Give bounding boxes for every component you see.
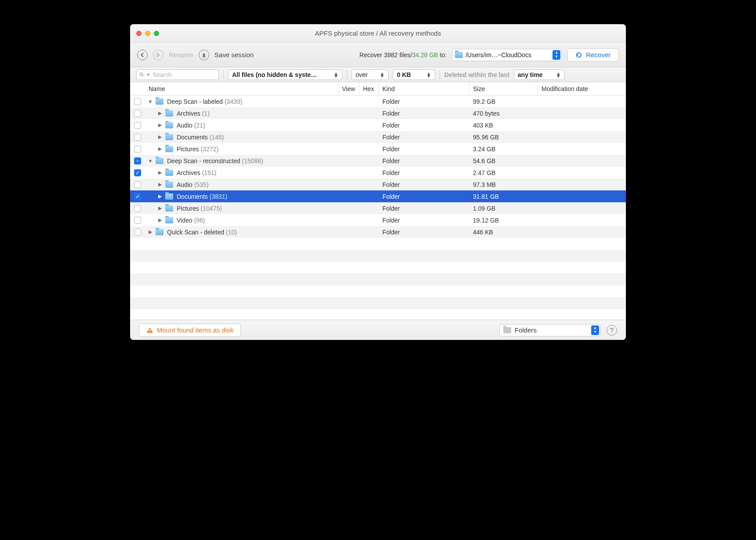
row-checkbox[interactable]: [134, 146, 141, 153]
table-row[interactable]: ▼Deep Scan - labeled (3439)Folder99.2 GB: [130, 95, 626, 107]
table-row[interactable]: ▶Documents (145)Folder95.96 GB: [130, 131, 626, 143]
window-minimize-button[interactable]: [145, 31, 150, 36]
row-checkbox[interactable]: [134, 217, 141, 224]
row-size: 3.24 GB: [469, 146, 538, 153]
column-hex[interactable]: Hex: [360, 82, 379, 95]
stepper-icon: ▲▼: [556, 72, 561, 77]
file-type-filter[interactable]: All files (no hidden & syste… ▲▼: [228, 69, 342, 80]
table-row[interactable]: ▶Pictures (3272)Folder3.24 GB: [130, 143, 626, 155]
window-close-button[interactable]: [136, 31, 142, 36]
row-checkbox[interactable]: [134, 122, 141, 129]
row-size: 31.81 GB: [469, 193, 538, 200]
recover-button[interactable]: Recover: [567, 48, 619, 62]
destination-select[interactable]: /Users/im…~CloudDocs ▲▼: [452, 49, 562, 61]
back-button[interactable]: [137, 50, 148, 60]
folder-icon: [503, 327, 511, 333]
row-count: (151): [202, 169, 217, 176]
save-session-label: Save session: [214, 51, 254, 58]
disclosure-closed-icon[interactable]: ▶: [157, 134, 163, 140]
disclosure-closed-icon[interactable]: ▶: [157, 205, 163, 211]
row-size: 97.3 MB: [469, 181, 538, 188]
folder-icon: [165, 217, 173, 223]
row-label: Video: [177, 217, 193, 224]
resume-button[interactable]: [153, 50, 164, 60]
row-checkbox[interactable]: [134, 98, 141, 105]
window-zoom-button[interactable]: [154, 31, 159, 36]
row-checkbox[interactable]: [134, 134, 141, 141]
table-row[interactable]: −▼Deep Scan - reconstructed (15088)Folde…: [130, 155, 626, 167]
row-size: 99.2 GB: [469, 98, 538, 105]
row-kind: Folder: [379, 169, 469, 176]
row-count: (15088): [242, 157, 263, 164]
disclosure-closed-icon[interactable]: ▶: [157, 217, 163, 223]
disclosure-open-icon[interactable]: ▼: [148, 99, 153, 104]
row-checkbox[interactable]: ✓: [134, 169, 141, 176]
table-row[interactable]: ▶Audio (21)Folder403 KB: [130, 119, 626, 131]
row-checkbox[interactable]: [134, 229, 141, 236]
row-checkbox[interactable]: [134, 181, 141, 188]
time-filter-select[interactable]: any time ▲▼: [514, 69, 565, 80]
row-count: (10475): [201, 205, 222, 212]
dropdown-stepper-icon: ▲▼: [591, 325, 599, 335]
view-mode-select[interactable]: Folders ▲▼: [499, 324, 600, 336]
help-button[interactable]: ?: [607, 325, 617, 336]
size-value-select[interactable]: 0 KB ▲▼: [393, 69, 435, 80]
size-comparator-select[interactable]: over ▲▼: [352, 69, 389, 80]
search-input[interactable]: [153, 71, 216, 78]
column-kind[interactable]: Kind: [379, 82, 469, 95]
save-session-button[interactable]: [199, 50, 209, 60]
row-checkbox[interactable]: ✓: [134, 193, 141, 200]
table-row[interactable]: ▶Video (96)Folder19.12 GB: [130, 214, 626, 226]
row-count: (145): [210, 134, 224, 141]
folder-icon: [156, 229, 164, 235]
disclosure-closed-icon[interactable]: ▶: [148, 229, 153, 235]
row-size: 54.6 GB: [469, 157, 538, 164]
column-size[interactable]: Size: [469, 82, 538, 95]
row-kind: Folder: [379, 134, 469, 141]
table-row[interactable]: ▶Archives (1)Folder470 bytes: [130, 107, 626, 119]
toolbar: Resume Save session Recover 3982 files/3…: [130, 43, 626, 67]
disclosure-open-icon[interactable]: ▼: [148, 158, 153, 164]
disclosure-closed-icon[interactable]: ▶: [157, 170, 163, 175]
footer: Mount found items as disk Folders ▲▼ ?: [130, 320, 626, 340]
disclosure-closed-icon[interactable]: ▶: [157, 122, 163, 128]
disclosure-closed-icon[interactable]: ▶: [157, 146, 163, 152]
dropdown-stepper-icon: ▲▼: [552, 50, 560, 60]
row-kind: Folder: [379, 205, 469, 212]
row-count: (3831): [210, 193, 227, 200]
row-count: (10): [226, 229, 237, 236]
filter-bar: ▼ All files (no hidden & syste… ▲▼ over …: [130, 67, 626, 82]
search-input-wrapper[interactable]: ▼: [136, 69, 219, 80]
stepper-icon: ▲▼: [426, 72, 431, 77]
row-count: (1): [202, 110, 210, 117]
table-row[interactable]: ▶Audio (535)Folder97.3 MB: [130, 179, 626, 190]
row-label: Quick Scan - deleted: [167, 229, 224, 236]
disclosure-closed-icon[interactable]: ▶: [157, 182, 163, 187]
mount-icon: [146, 327, 153, 334]
column-modification-date[interactable]: Modification date: [538, 82, 626, 95]
table-row[interactable]: ▶Quick Scan - deleted (10)Folder446 KB: [130, 226, 626, 238]
column-view[interactable]: View: [338, 82, 360, 95]
stepper-icon: ▲▼: [334, 72, 338, 77]
row-label: Deep Scan - reconstructed: [167, 157, 240, 164]
destination-path: /Users/im…~CloudDocs: [465, 51, 550, 58]
row-label: Documents: [177, 134, 208, 141]
folder-icon: [165, 170, 173, 176]
table-row[interactable]: ▶Pictures (10475)Folder1.09 GB: [130, 202, 626, 214]
row-count: (3439): [225, 98, 242, 105]
window-title: APFS physical store / All recovery metho…: [130, 29, 626, 37]
disclosure-closed-icon[interactable]: ▶: [157, 193, 163, 199]
row-checkbox[interactable]: [134, 205, 141, 212]
table-row[interactable]: ✓▶Documents (3831)Folder31.81 GB: [130, 190, 626, 202]
table-row[interactable]: ✓▶Archives (151)Folder2.47 GB: [130, 167, 626, 179]
mount-button[interactable]: Mount found items as disk: [139, 324, 241, 337]
row-checkbox[interactable]: [134, 110, 141, 117]
row-kind: Folder: [379, 110, 469, 117]
row-kind: Folder: [379, 229, 469, 236]
resume-label: Resume: [169, 51, 193, 58]
row-checkbox[interactable]: −: [134, 157, 141, 164]
row-size: 2.47 GB: [469, 169, 538, 176]
disclosure-closed-icon[interactable]: ▶: [157, 110, 163, 116]
column-name[interactable]: Name: [145, 82, 338, 95]
folder-icon: [455, 52, 463, 58]
